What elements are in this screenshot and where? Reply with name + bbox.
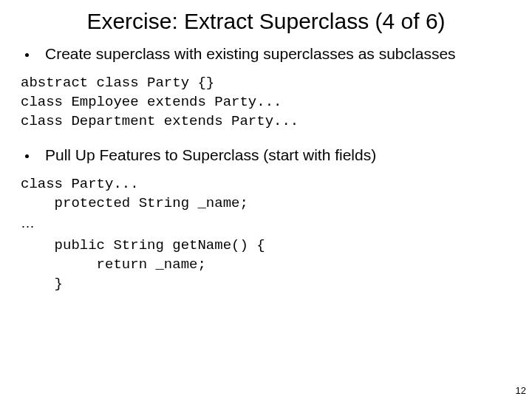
code-block-2a: class Party... protected String _name; [21,175,511,213]
bullet-text: Create superclass with existing supercla… [45,44,456,64]
slide: Exercise: Extract Superclass (4 of 6) Cr… [0,0,532,399]
bullet-text: Pull Up Features to Superclass (start wi… [45,146,376,165]
bullet-item: Create superclass with existing supercla… [21,44,511,64]
code-block-1: abstract class Party {} class Employee e… [21,74,511,131]
bullet-dot-icon [25,53,29,57]
bullet-dot-icon [25,154,29,158]
code-block-2b: public String getName() { return _name; … [21,236,511,293]
code-ellipsis: … [21,214,511,233]
slide-title: Exercise: Extract Superclass (4 of 6) [21,9,511,34]
page-number: 12 [516,385,526,396]
bullet-item: Pull Up Features to Superclass (start wi… [21,146,511,165]
